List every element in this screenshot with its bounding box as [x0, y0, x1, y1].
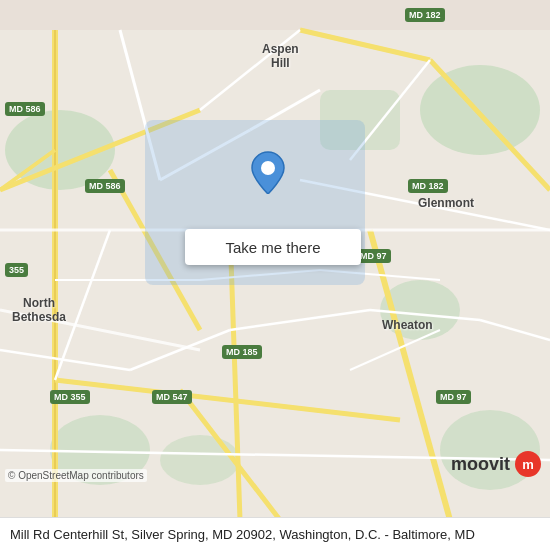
- label-north-bethesda: NorthBethesda: [12, 296, 66, 324]
- moovit-logo: moovit m: [451, 450, 542, 478]
- osm-credit: © OpenStreetMap contributors: [5, 469, 147, 482]
- badge-md182-1: MD 182: [405, 8, 445, 22]
- badge-md185: MD 185: [222, 345, 262, 359]
- label-wheaton: Wheaton: [382, 318, 433, 332]
- svg-point-2: [420, 65, 540, 155]
- badge-md97-2: MD 97: [436, 390, 471, 404]
- label-aspen-hill: AspenHill: [262, 42, 299, 70]
- bottom-bar: Mill Rd Centerhill St, Silver Spring, MD…: [0, 517, 550, 550]
- address-text: Mill Rd Centerhill St, Silver Spring, MD…: [10, 526, 540, 544]
- badge-md97-1: MD 97: [356, 249, 391, 263]
- badge-md182-2: MD 182: [408, 179, 448, 193]
- moovit-icon: m: [514, 450, 542, 478]
- badge-md586-2: MD 586: [85, 179, 125, 193]
- svg-point-38: [261, 161, 275, 175]
- badge-md547: MD 547: [152, 390, 192, 404]
- map-pin: [248, 148, 288, 196]
- badge-md586-1: MD 586: [5, 102, 45, 116]
- moovit-text: moovit: [451, 454, 510, 475]
- badge-md355: MD 355: [50, 390, 90, 404]
- svg-point-7: [160, 435, 240, 485]
- map-container: MD 182 MD 586 MD 586 MD 182 355 MD 97 MD…: [0, 0, 550, 550]
- take-me-there-button[interactable]: Take me there: [185, 229, 361, 265]
- label-glenmont: Glenmont: [418, 196, 474, 210]
- svg-text:m: m: [522, 457, 534, 472]
- badge-355: 355: [5, 263, 28, 277]
